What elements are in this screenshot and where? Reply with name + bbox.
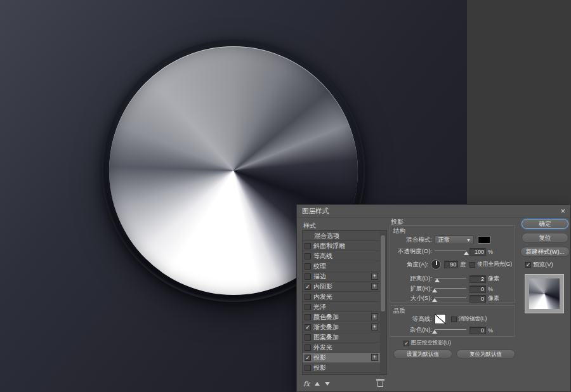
style-item-2[interactable]: 等高线 [303,251,380,261]
distance-slider[interactable] [435,276,466,282]
preview-gradient-swatch [529,278,560,309]
slider-thumb[interactable] [432,298,437,302]
shadow-color-swatch[interactable] [478,236,490,244]
style-item-6[interactable]: 内发光 [303,292,380,302]
layer-knockout-checkbox[interactable] [404,341,409,346]
opacity-label: 不透明度(O): [393,247,432,256]
spread-value[interactable]: 0 [469,285,486,293]
style-item-4[interactable]: 描边+ [303,271,380,282]
antialias-checkbox[interactable] [451,317,457,322]
delete-effect-button[interactable] [377,381,383,387]
preview-label: 预览(V) [533,261,553,269]
style-item-label: 投影 [313,353,326,362]
size-value[interactable]: 0 [469,295,486,303]
slider-thumb[interactable] [464,251,469,255]
style-item-8[interactable]: 颜色叠加+ [303,312,380,322]
size-label: 大小(S): [393,294,432,303]
slider-thumb[interactable] [435,278,440,282]
opacity-row: 不透明度(O): 100 % [393,247,512,256]
style-item-11[interactable]: 外发光 [303,343,380,353]
style-item-checkbox[interactable] [305,273,311,280]
add-effect-icon[interactable]: + [371,323,378,330]
style-item-label: 纹理 [313,262,326,271]
angle-value[interactable]: 90 [444,261,458,268]
style-item-checkbox[interactable] [305,314,311,320]
distance-value[interactable]: 2 [469,275,486,283]
slider-thumb[interactable] [432,330,437,334]
noise-label: 杂色(N): [393,326,432,334]
style-item-label: 外发光 [313,343,332,352]
effects-toolbar: fx [303,379,386,389]
close-icon[interactable]: × [560,207,565,215]
style-item-checkbox[interactable] [305,263,311,270]
dialog-titlebar: 图层样式 × [297,205,570,218]
spread-unit: % [488,286,493,292]
action-column: 确定 复位 新建样式(W)... 预览(V) [520,219,570,313]
preview-checkbox[interactable] [525,262,531,268]
noise-slider[interactable] [435,327,466,334]
spread-slider[interactable] [435,286,466,292]
add-effect-icon[interactable]: + [371,313,378,320]
style-item-13[interactable]: 投影 [303,363,380,373]
effect-down-button[interactable] [325,382,330,386]
contour-label: 等高线: [393,315,432,323]
style-item-1[interactable]: 斜面和浮雕 [303,241,380,251]
distance-label: 距离(D): [393,275,432,283]
use-global-light-checkbox[interactable] [469,262,475,268]
add-effect-icon[interactable]: + [371,283,378,290]
effect-up-button[interactable] [315,382,320,386]
style-item-checkbox[interactable] [305,365,311,371]
angle-unit: 度 [460,261,466,269]
style-item-checkbox[interactable] [305,294,311,300]
size-slider[interactable] [435,296,466,302]
styles-list: 混合选项斜面和浮雕等高线纹理描边+内阴影+内发光光泽颜色叠加+渐变叠加+图案叠加… [302,230,387,375]
opacity-value[interactable]: 100 [469,248,486,256]
styles-list-scrollbar[interactable] [380,232,386,374]
set-default-button[interactable]: 设置为默认值 [393,350,452,358]
angle-row: 角度(A): 90 度 使用全局光(G) [393,259,512,270]
style-item-checkbox[interactable] [305,253,311,259]
style-item-9[interactable]: 渐变叠加+ [303,322,380,332]
style-item-checkbox[interactable] [305,355,311,361]
style-item-checkbox[interactable] [305,334,311,341]
angle-dial[interactable] [431,259,441,270]
opacity-slider[interactable] [435,249,466,255]
blend-mode-select[interactable]: 正常 ▼ [435,235,474,244]
slider-thumb[interactable] [432,289,437,292]
reset-default-button[interactable]: 复位为默认值 [456,350,515,358]
add-effect-icon[interactable]: + [371,354,378,361]
structure-group-title: 结构 [393,227,405,235]
style-item-12[interactable]: 投影+ [303,353,380,363]
noise-value[interactable]: 0 [469,327,486,334]
style-item-3[interactable]: 纹理 [303,261,380,271]
structure-group: 结构 混合模式: 正常 ▼ 不透明度(O): 100 % 角度(A): [390,225,515,303]
noise-row: 杂色(N): 0 % [393,326,512,334]
add-effect-icon[interactable]: + [371,273,378,280]
spread-label: 扩展(R): [393,285,432,293]
contour-picker[interactable] [435,314,446,324]
fx-icon: fx [303,380,310,388]
style-item-10[interactable]: 图案叠加 [303,332,380,343]
style-item-checkbox[interactable] [305,304,311,310]
style-item-0[interactable]: 混合选项 [303,231,380,241]
style-item-checkbox[interactable] [305,324,311,330]
ok-button[interactable]: 确定 [522,219,568,229]
style-item-label: 内阴影 [313,282,332,291]
contour-row: 等高线: 消除锯齿(L) [393,314,512,324]
new-style-button[interactable]: 新建样式(W)... [520,247,570,257]
quality-group: 品质 等高线: 消除锯齿(L) 杂色(N): 0 % [390,305,515,337]
style-item-label: 描边 [313,272,326,281]
knockout-row: 图层挖空投影(U) [404,339,451,347]
style-item-checkbox[interactable] [305,344,311,351]
spread-row: 扩展(R): 0 % [393,285,512,293]
use-global-light-label: 使用全局光(G) [477,261,512,268]
style-item-checkbox[interactable] [305,243,311,249]
style-item-7[interactable]: 光泽 [303,302,380,312]
reset-button[interactable]: 复位 [522,233,568,243]
scrollbar-thumb[interactable] [381,235,385,311]
style-item-5[interactable]: 内阴影+ [303,282,380,292]
angle-label: 角度(A): [393,261,428,269]
style-item-label: 混合选项 [314,232,339,240]
style-item-checkbox[interactable] [305,284,311,290]
dialog-title: 图层样式 [302,207,329,216]
